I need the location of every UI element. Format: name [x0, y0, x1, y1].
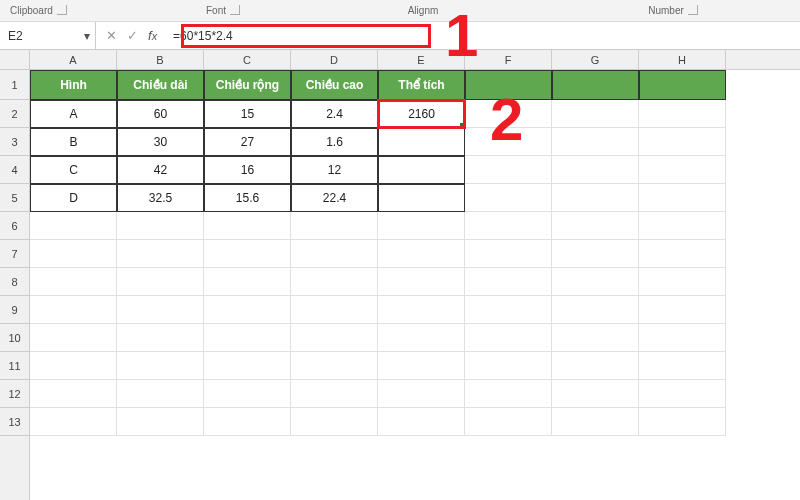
cell[interactable]	[378, 212, 465, 240]
cell[interactable]	[465, 212, 552, 240]
name-box[interactable]: E2 ▾	[0, 22, 96, 49]
row-header[interactable]: 11	[0, 352, 29, 380]
cell[interactable]	[552, 100, 639, 128]
cancel-icon[interactable]: ✕	[106, 28, 117, 43]
cell[interactable]	[291, 380, 378, 408]
row-header[interactable]: 13	[0, 408, 29, 436]
cell[interactable]	[465, 184, 552, 212]
cell[interactable]	[465, 100, 552, 128]
col-header[interactable]: A	[30, 50, 117, 69]
cell[interactable]	[291, 408, 378, 436]
cell[interactable]: 2.4	[291, 100, 378, 128]
cell[interactable]	[552, 184, 639, 212]
cell[interactable]	[465, 156, 552, 184]
cell[interactable]	[117, 352, 204, 380]
row-header[interactable]: 1	[0, 70, 29, 100]
row-header[interactable]: 10	[0, 324, 29, 352]
cell[interactable]	[639, 408, 726, 436]
cell[interactable]: 1.6	[291, 128, 378, 156]
cell[interactable]	[552, 380, 639, 408]
cell[interactable]	[204, 296, 291, 324]
table-header-cell[interactable]: Hình	[30, 70, 117, 100]
formula-input[interactable]: =60*15*2.4	[167, 23, 800, 49]
cell[interactable]: 32.5	[117, 184, 204, 212]
cell[interactable]	[639, 380, 726, 408]
col-header[interactable]: G	[552, 50, 639, 69]
cell[interactable]	[204, 240, 291, 268]
cell[interactable]	[465, 296, 552, 324]
cell[interactable]	[639, 100, 726, 128]
cell[interactable]	[639, 268, 726, 296]
cell[interactable]	[204, 352, 291, 380]
cell[interactable]	[117, 380, 204, 408]
cell[interactable]	[204, 380, 291, 408]
cell[interactable]	[465, 240, 552, 268]
cell[interactable]: D	[30, 184, 117, 212]
cell[interactable]: 30	[117, 128, 204, 156]
cell[interactable]: C	[30, 156, 117, 184]
cell[interactable]	[378, 268, 465, 296]
row-header[interactable]: 4	[0, 156, 29, 184]
cell[interactable]: 22.4	[291, 184, 378, 212]
col-header[interactable]: B	[117, 50, 204, 69]
cell[interactable]	[465, 324, 552, 352]
cell[interactable]: 12	[291, 156, 378, 184]
cell[interactable]	[30, 296, 117, 324]
enter-icon[interactable]: ✓	[127, 28, 138, 43]
fx-icon[interactable]: fx	[148, 28, 157, 43]
table-header-cell[interactable]: Thể tích	[378, 70, 465, 100]
cell[interactable]: 16	[204, 156, 291, 184]
cell[interactable]	[117, 296, 204, 324]
row-header[interactable]: 9	[0, 296, 29, 324]
row-header[interactable]: 3	[0, 128, 29, 156]
cell[interactable]: 15.6	[204, 184, 291, 212]
cell[interactable]	[30, 352, 117, 380]
cell[interactable]	[639, 240, 726, 268]
col-header[interactable]: C	[204, 50, 291, 69]
cell[interactable]	[117, 268, 204, 296]
cell[interactable]	[117, 240, 204, 268]
cell[interactable]	[291, 212, 378, 240]
cell[interactable]	[30, 212, 117, 240]
cell[interactable]	[378, 352, 465, 380]
cell[interactable]	[465, 70, 552, 100]
cell[interactable]	[639, 352, 726, 380]
cell[interactable]: 15	[204, 100, 291, 128]
cell[interactable]	[378, 408, 465, 436]
dialog-launcher-icon[interactable]	[230, 5, 240, 15]
table-header-cell[interactable]: Chiều dài	[117, 70, 204, 100]
cell[interactable]	[378, 156, 465, 184]
table-header-cell[interactable]: Chiều cao	[291, 70, 378, 100]
cell[interactable]	[30, 268, 117, 296]
cell[interactable]	[465, 268, 552, 296]
cell[interactable]	[291, 296, 378, 324]
cell[interactable]	[465, 128, 552, 156]
cell[interactable]	[117, 324, 204, 352]
cell[interactable]	[552, 156, 639, 184]
cell[interactable]	[552, 268, 639, 296]
cell[interactable]	[552, 324, 639, 352]
cell[interactable]	[204, 408, 291, 436]
cell[interactable]	[291, 268, 378, 296]
cell[interactable]: 60	[117, 100, 204, 128]
cell[interactable]	[30, 408, 117, 436]
select-all-triangle[interactable]	[0, 50, 30, 70]
cell[interactable]	[30, 240, 117, 268]
cell[interactable]	[465, 380, 552, 408]
cell[interactable]	[465, 352, 552, 380]
dialog-launcher-icon[interactable]	[688, 5, 698, 15]
cell[interactable]	[30, 324, 117, 352]
cell[interactable]	[465, 408, 552, 436]
cell[interactable]	[639, 70, 726, 100]
cell[interactable]	[378, 296, 465, 324]
cell[interactable]	[552, 240, 639, 268]
cell[interactable]	[378, 324, 465, 352]
cell[interactable]	[378, 380, 465, 408]
row-header[interactable]: 2	[0, 100, 29, 128]
chevron-down-icon[interactable]: ▾	[79, 29, 95, 43]
table-header-cell[interactable]: Chiều rộng	[204, 70, 291, 100]
cell[interactable]	[552, 212, 639, 240]
cell[interactable]	[291, 352, 378, 380]
cell[interactable]	[552, 128, 639, 156]
cell[interactable]	[552, 408, 639, 436]
